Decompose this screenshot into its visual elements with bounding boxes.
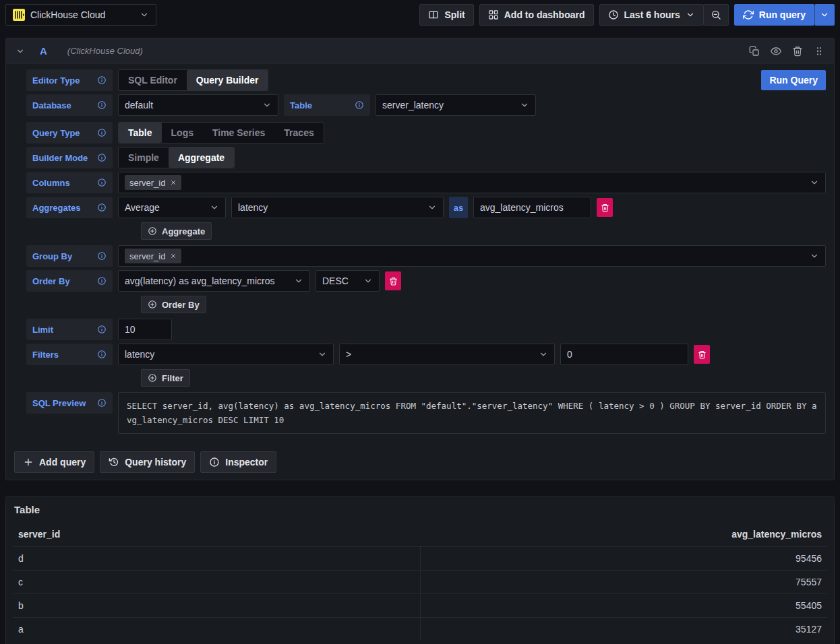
info-icon[interactable]: [97, 251, 107, 261]
chevron-down-icon: [539, 350, 548, 359]
info-icon[interactable]: [97, 350, 107, 359]
collapse-query-button[interactable]: [16, 46, 25, 56]
cell-server-id: b: [13, 594, 420, 618]
database-select[interactable]: default: [118, 94, 278, 116]
info-icon[interactable]: [97, 203, 107, 212]
remove-filter-button[interactable]: [694, 345, 710, 364]
inspector-button[interactable]: Inspector: [200, 451, 276, 473]
remove-aggregate-button[interactable]: [597, 198, 613, 217]
table-select[interactable]: server_latency: [376, 94, 536, 116]
zoom-out-time-button[interactable]: [704, 4, 729, 26]
group-by-chip[interactable]: server_id: [125, 249, 181, 263]
datasource-name: ClickHouse Cloud: [30, 9, 134, 20]
builder-mode-option-simple[interactable]: Simple: [119, 148, 169, 168]
cell-avg-latency: 95456: [420, 547, 827, 571]
chevron-down-icon: [262, 100, 272, 110]
builder-mode-row: Builder Mode Simple Aggregate: [26, 147, 826, 168]
add-filter-button[interactable]: Filter: [141, 369, 190, 387]
info-icon[interactable]: [97, 75, 107, 85]
editor-type-option-query-builder[interactable]: Query Builder: [187, 70, 268, 90]
add-to-dashboard-button[interactable]: Add to dashboard: [479, 4, 594, 26]
filter-column-select[interactable]: latency: [118, 344, 334, 365]
remove-order-by-button[interactable]: [385, 271, 401, 290]
order-by-row: Order By avg(latency) as avg_latency_mic…: [26, 270, 826, 292]
limit-row: Limit: [26, 319, 826, 340]
toolbar-actions: Split Add to dashboard Last 6 hours Run …: [419, 4, 835, 26]
time-range-picker[interactable]: Last 6 hours: [599, 4, 704, 26]
query-type-radio-group: Table Logs Time Series Traces: [118, 122, 324, 143]
time-picker-group: Last 6 hours: [599, 4, 729, 26]
drag-handle-icon[interactable]: [814, 46, 824, 57]
query-type-option-time-series[interactable]: Time Series: [203, 123, 274, 143]
add-to-dashboard-label: Add to dashboard: [504, 9, 585, 20]
history-icon: [109, 457, 119, 468]
clickhouse-logo-icon: [13, 9, 25, 21]
info-icon[interactable]: [97, 398, 107, 408]
group-by-label: Group By: [26, 245, 113, 267]
info-icon[interactable]: [355, 100, 364, 110]
run-query-dropdown-button[interactable]: [814, 4, 835, 26]
info-icon[interactable]: [97, 178, 107, 187]
editor-type-option-sql-editor[interactable]: SQL Editor: [119, 70, 187, 90]
info-icon[interactable]: [97, 100, 107, 110]
run-query-inline-button[interactable]: Run Query: [761, 70, 826, 90]
table-row: d 95456: [13, 547, 827, 571]
column-header-avg-latency-micros[interactable]: avg_latency_micros: [420, 526, 827, 547]
selected-column-chip[interactable]: server_id: [125, 175, 181, 190]
column-header-server-id[interactable]: server_id: [13, 526, 420, 547]
info-icon[interactable]: [97, 128, 107, 137]
query-type-option-traces[interactable]: Traces: [274, 123, 323, 143]
add-query-button[interactable]: Add query: [14, 451, 94, 473]
group-by-multiselect[interactable]: server_id: [118, 245, 826, 267]
split-button[interactable]: Split: [419, 4, 473, 26]
remove-chip-icon[interactable]: [170, 253, 177, 259]
builder-mode-option-aggregate[interactable]: Aggregate: [169, 148, 234, 168]
table-panel: Table server_id avg_latency_micros d 954…: [5, 496, 835, 644]
add-aggregate-button[interactable]: Aggregate: [141, 222, 212, 240]
aggregate-function-select[interactable]: Average: [118, 197, 226, 218]
order-by-label: Order By: [26, 270, 113, 292]
filter-operator-select[interactable]: >: [339, 344, 555, 365]
order-by-field-select[interactable]: avg(latency) as avg_latency_micros: [118, 270, 310, 292]
sql-preview-row: SQL Preview SELECT server_id, avg(latenc…: [26, 392, 826, 434]
clock-icon: [608, 9, 619, 20]
duplicate-query-icon[interactable]: [749, 46, 760, 57]
database-value: default: [125, 100, 262, 110]
add-order-by-button[interactable]: Order By: [141, 296, 206, 313]
order-by-direction-value: DESC: [322, 276, 363, 286]
filters-label: Filters: [26, 344, 113, 365]
query-type-option-logs[interactable]: Logs: [162, 123, 203, 143]
info-icon[interactable]: [97, 276, 107, 286]
aggregate-column-select[interactable]: latency: [231, 197, 444, 218]
time-range-label: Last 6 hours: [624, 9, 680, 20]
table-row: a 35127: [13, 618, 827, 641]
info-icon[interactable]: [97, 153, 107, 162]
filter-value-input[interactable]: [560, 344, 688, 365]
chevron-down-icon: [140, 10, 149, 20]
order-by-direction-select[interactable]: DESC: [316, 270, 380, 292]
remove-query-trash-icon[interactable]: [792, 46, 803, 57]
aggregate-function-value: Average: [125, 202, 210, 213]
info-icon[interactable]: [97, 325, 107, 334]
builder-mode-label: Builder Mode: [26, 147, 113, 168]
query-type-option-table[interactable]: Table: [119, 123, 162, 143]
query-history-button[interactable]: Query history: [100, 451, 195, 473]
remove-chip-icon[interactable]: [170, 179, 177, 186]
disable-query-eye-icon[interactable]: [771, 46, 781, 57]
run-query-label: Run query: [759, 9, 806, 20]
columns-multiselect[interactable]: server_id: [118, 172, 826, 193]
run-query-button[interactable]: Run query: [734, 4, 814, 26]
limit-input[interactable]: [118, 319, 172, 340]
chevron-down-icon: [294, 276, 303, 286]
limit-label: Limit: [26, 319, 113, 340]
explore-toolbar: ClickHouse Cloud Split Add to dashboard …: [0, 0, 840, 30]
query-editor-section: A (ClickHouse Cloud) Editor Type SQL Edi…: [5, 38, 835, 480]
query-row-header: A (ClickHouse Cloud): [6, 38, 834, 64]
datasource-picker[interactable]: ClickHouse Cloud: [5, 4, 156, 26]
panel-title: Table: [13, 503, 827, 526]
aggregate-alias-input[interactable]: [473, 197, 591, 218]
builder-mode-radio-group: Simple Aggregate: [118, 147, 235, 168]
chevron-down-icon: [686, 10, 695, 20]
table-value: server_latency: [382, 100, 520, 110]
trash-icon: [601, 203, 609, 212]
